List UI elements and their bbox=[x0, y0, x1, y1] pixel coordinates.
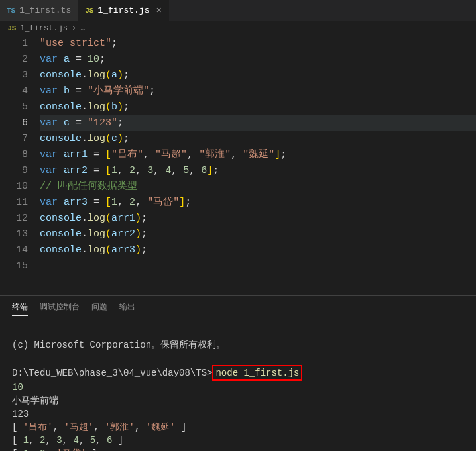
tab-terminal[interactable]: 终端 bbox=[12, 301, 28, 316]
tab-output[interactable]: 输出 bbox=[119, 301, 135, 316]
tab-label: 1_first.js bbox=[97, 5, 149, 15]
code-area[interactable]: "use strict"; var a = 10; console.log(a)… bbox=[40, 36, 476, 295]
breadcrumb[interactable]: JS 1_first.js › … bbox=[0, 21, 476, 36]
terminal-output: 10 bbox=[12, 382, 23, 393]
highlight-box: node 1_first.js bbox=[212, 365, 302, 381]
terminal[interactable]: (c) Microsoft Corporation。保留所有权利。 D:\Ted… bbox=[0, 321, 476, 451]
tab-label: 1_first.ts bbox=[19, 5, 71, 15]
breadcrumb-file: 1_first.js bbox=[20, 24, 68, 33]
tab-debug-console[interactable]: 调试控制台 bbox=[40, 301, 80, 316]
terminal-command: node 1_first.js bbox=[215, 368, 299, 378]
editor[interactable]: 123456789101112131415 "use strict"; var … bbox=[0, 36, 476, 295]
close-icon[interactable]: × bbox=[156, 5, 161, 16]
terminal-output: 小马学前端 bbox=[12, 395, 58, 406]
terminal-output: 123 bbox=[12, 409, 29, 419]
panel: 终端 调试控制台 问题 输出 (c) Microsoft Corporation… bbox=[0, 295, 476, 451]
terminal-prompt: D:\Tedu_WEB\phase_3\04_vue\day08\TS> bbox=[12, 368, 212, 378]
breadcrumb-more: … bbox=[80, 24, 85, 33]
js-icon: JS bbox=[8, 25, 16, 32]
line-gutter: 123456789101112131415 bbox=[0, 36, 40, 295]
tab-1-first-ts[interactable]: TS 1_first.ts bbox=[0, 0, 78, 21]
editor-tabs: TS 1_first.ts JS 1_first.js × bbox=[0, 0, 476, 21]
ts-icon: TS bbox=[7, 7, 15, 15]
js-icon: JS bbox=[85, 7, 93, 15]
chevron-right-icon: › bbox=[72, 24, 76, 33]
tab-1-first-js[interactable]: JS 1_first.js × bbox=[78, 0, 169, 21]
terminal-copyright: (c) Microsoft Corporation。保留所有权利。 bbox=[12, 340, 225, 350]
tab-problems[interactable]: 问题 bbox=[91, 301, 107, 316]
panel-tabs: 终端 调试控制台 问题 输出 bbox=[0, 296, 476, 321]
